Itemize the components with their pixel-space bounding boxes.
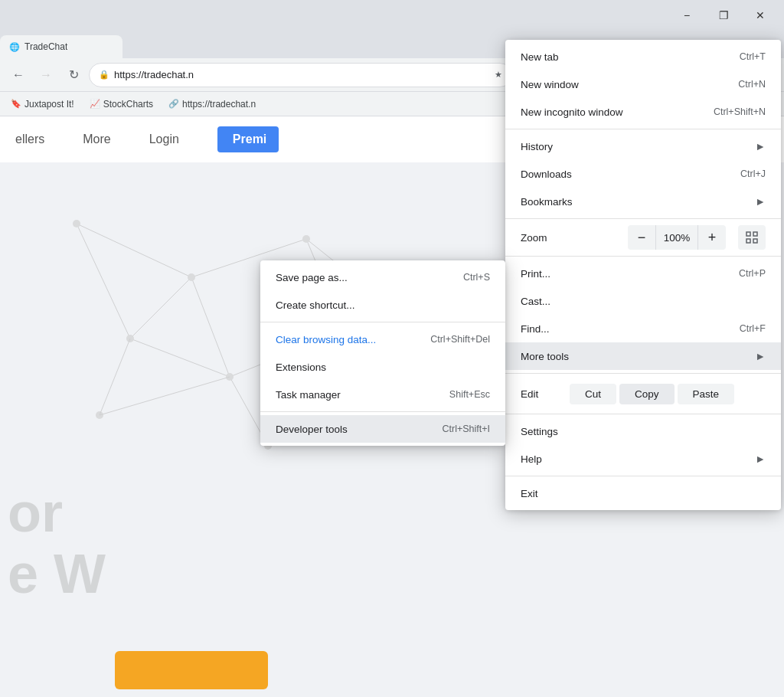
svg-rect-30	[753, 232, 757, 236]
menu-cast[interactable]: Cast...	[505, 287, 781, 315]
close-button[interactable]: ✕	[743, 3, 778, 28]
submenu-separator-1	[260, 322, 505, 322]
svg-line-11	[77, 224, 130, 339]
svg-line-28	[100, 377, 230, 415]
submenu-extensions[interactable]: Extensions	[260, 353, 505, 381]
separator-3	[505, 256, 781, 257]
zoom-buttons: − 100% +	[628, 225, 726, 250]
submenu-clear-browsing[interactable]: Clear browsing data... Ctrl+Shift+Del	[260, 326, 505, 353]
help-arrow-icon: ►	[755, 453, 766, 465]
chrome-menu: New tab Ctrl+T New window Ctrl+N New inc…	[505, 40, 781, 510]
cut-button[interactable]: Cut	[570, 384, 616, 404]
maximize-button[interactable]: ❐	[706, 3, 741, 28]
submenu-separator-2	[260, 411, 505, 412]
menu-find[interactable]: Find... Ctrl+F	[505, 315, 781, 342]
svg-line-9	[191, 277, 230, 377]
menu-downloads[interactable]: Downloads Ctrl+J	[505, 160, 781, 188]
menu-new-window[interactable]: New window Ctrl+N	[505, 70, 781, 98]
submenu-create-shortcut[interactable]: Create shortcut...	[260, 291, 505, 319]
svg-point-20	[302, 235, 310, 243]
separator-6	[505, 476, 781, 476]
copy-button[interactable]: Copy	[619, 384, 675, 404]
nav-login: Login	[149, 133, 179, 146]
paste-button[interactable]: Paste	[678, 384, 735, 404]
forward-button[interactable]: →	[34, 63, 58, 87]
more-tools-arrow-icon: ►	[755, 350, 766, 362]
bookmark-stockcharts[interactable]: 📈 StockCharts	[85, 97, 158, 111]
nav-premium[interactable]: Premi	[217, 126, 279, 152]
edit-label: Edit	[521, 388, 567, 400]
zoom-plus-button[interactable]: +	[698, 225, 726, 250]
svg-line-15	[130, 277, 191, 339]
page-large-text: or	[8, 481, 63, 544]
separator-1	[505, 129, 781, 129]
address-bar[interactable]: 🔒 https://tradechat.n ★	[89, 63, 512, 87]
svg-line-6	[77, 224, 191, 277]
edit-buttons: Cut Copy Paste	[567, 384, 734, 404]
zoom-value: 100%	[655, 225, 698, 250]
back-button[interactable]: ←	[6, 63, 31, 87]
submenu-developer-tools[interactable]: Developer tools Ctrl+Shift+I	[260, 415, 505, 443]
fullscreen-button[interactable]	[738, 225, 766, 250]
menu-new-tab[interactable]: New tab Ctrl+T	[505, 43, 781, 70]
history-arrow-icon: ►	[755, 140, 766, 152]
svg-rect-29	[746, 232, 750, 236]
page-large-text2: e W	[8, 542, 106, 605]
browser-window: − ❐ ✕ 🌐 TradeChat ← → ↻ 🔒 https://tradec…	[0, 0, 784, 697]
zoom-control-row: Zoom − 100% +	[505, 222, 781, 253]
nav-more: More	[83, 133, 110, 146]
menu-new-incognito[interactable]: New incognito window Ctrl+Shift+N	[505, 98, 781, 126]
svg-point-18	[73, 220, 80, 227]
zoom-minus-button[interactable]: −	[628, 225, 655, 250]
svg-line-12	[130, 339, 230, 377]
menu-settings[interactable]: Settings	[505, 417, 781, 445]
menu-bookmarks[interactable]: Bookmarks ►	[505, 188, 781, 215]
more-tools-submenu: Save page as... Ctrl+S Create shortcut..…	[260, 260, 505, 446]
menu-exit[interactable]: Exit	[505, 479, 781, 507]
svg-line-27	[100, 339, 130, 415]
svg-point-19	[188, 273, 195, 281]
orange-cta-button[interactable]	[115, 651, 268, 689]
edit-row: Edit Cut Copy Paste	[505, 377, 781, 411]
nav-ellers: ellers	[15, 133, 44, 146]
bookmark-tradechat[interactable]: 🔗 https://tradechat.n	[164, 97, 260, 111]
separator-2	[505, 218, 781, 219]
minimize-button[interactable]: −	[669, 3, 704, 28]
menu-more-tools[interactable]: More tools ►	[505, 342, 781, 370]
menu-history[interactable]: History ►	[505, 133, 781, 160]
bookmark-juxtapost[interactable]: 🔖 Juxtapost It!	[6, 97, 79, 111]
window-controls: − ❐ ✕	[669, 3, 778, 28]
svg-rect-31	[746, 239, 750, 243]
active-tab[interactable]: 🌐 TradeChat	[0, 35, 122, 58]
separator-4	[505, 373, 781, 374]
title-bar: − ❐ ✕	[0, 0, 784, 31]
zoom-label: Zoom	[521, 232, 567, 244]
menu-help[interactable]: Help ►	[505, 445, 781, 473]
reload-button[interactable]: ↻	[61, 63, 86, 87]
menu-print[interactable]: Print... Ctrl+P	[505, 260, 781, 287]
svg-rect-32	[753, 239, 757, 243]
submenu-task-manager[interactable]: Task manager Shift+Esc	[260, 381, 505, 408]
bookmarks-arrow-icon: ►	[755, 195, 766, 208]
url-text: https://tradechat.n	[114, 69, 490, 80]
submenu-save-page[interactable]: Save page as... Ctrl+S	[260, 263, 505, 291]
separator-5	[505, 414, 781, 414]
